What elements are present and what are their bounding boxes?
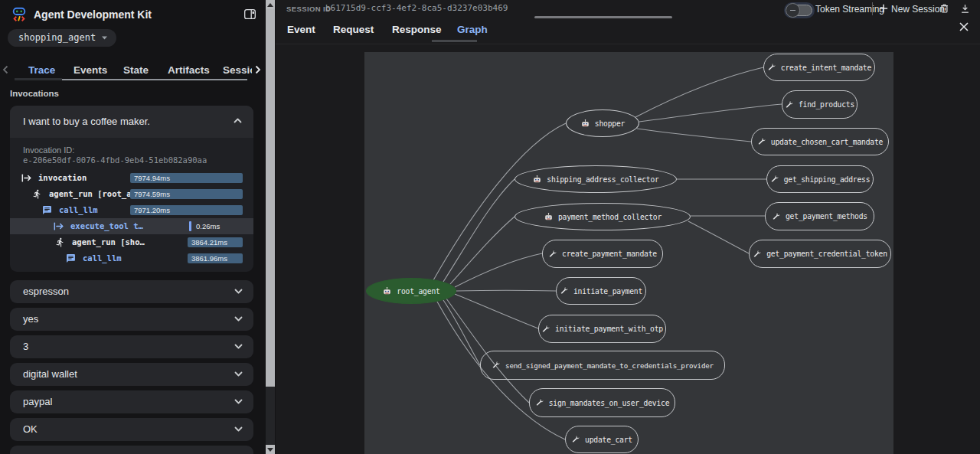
span-label: call_llm: [83, 253, 122, 263]
graph-node-get-shipping-address[interactable]: get_shipping_address: [766, 165, 874, 193]
chevron-down-icon: [234, 289, 243, 294]
scroll-up-icon[interactable]: [266, 0, 275, 9]
node-label: initiate_payment: [573, 287, 642, 296]
graph-node-get-payment-methods[interactable]: get_payment_methods: [765, 202, 874, 230]
download-session-icon[interactable]: [959, 3, 971, 15]
main-pane: SESSION ID b61715d9-ccf3-4ef2-8ca5-d3237…: [276, 0, 980, 454]
tab-request[interactable]: Request: [333, 24, 374, 35]
graph-node-shopper[interactable]: shopper: [566, 109, 639, 137]
wrench-icon: [571, 435, 580, 444]
graph-node-sign-mandates-on-user-device[interactable]: sign_mandates_on_user_device: [529, 388, 675, 417]
graph-node-initiate-payment-with-otp[interactable]: initiate_payment_with_otp: [538, 315, 666, 343]
collapse-panel-icon[interactable]: [243, 8, 256, 21]
trace-row[interactable]: call_llm 7971.20ms: [10, 202, 253, 218]
invocation-title: 3: [23, 335, 28, 358]
graph-node-root-agent[interactable]: root_agent: [366, 278, 456, 304]
wrench-icon: [785, 100, 794, 109]
invocation-card[interactable]: OK: [10, 418, 253, 441]
robot-icon: [580, 119, 590, 129]
invocation-card[interactable]: 3: [10, 335, 253, 358]
invocation-card-expanded: I want to buy a coffee maker. Invocation…: [10, 106, 253, 272]
tabs-scroll-right-icon[interactable]: [253, 65, 262, 74]
chevron-up-icon: [234, 118, 242, 123]
agent-selector[interactable]: shopping_agent: [8, 29, 116, 47]
tab-response[interactable]: Response: [392, 24, 442, 35]
wrench-icon: [757, 137, 766, 146]
graph-node-shipping-address-collector[interactable]: shipping_address_collector: [514, 165, 677, 193]
sidebar-scrollbar[interactable]: [266, 0, 275, 454]
invocation-title: yes: [23, 308, 38, 331]
invocation-card[interactable]: paypal: [10, 390, 253, 413]
token-streaming-label: Token Streaming: [815, 4, 884, 15]
graph-node-initiate-payment[interactable]: initiate_payment: [556, 277, 646, 305]
tab-ink-bar: [15, 78, 62, 80]
invocations-label: Invocations: [10, 89, 59, 98]
span-label: agent_run [sho…: [72, 237, 145, 247]
wrench-icon: [767, 63, 776, 72]
graph-node-get-payment-credential-token[interactable]: get_payment_credential_token: [749, 240, 891, 268]
graph-node-send-signed-payment-mandate[interactable]: send_signed_payment_mandate_to_credentia…: [480, 351, 725, 380]
tab-trace[interactable]: Trace: [28, 64, 55, 76]
robot-icon: [382, 286, 392, 296]
tab-events[interactable]: Events: [74, 64, 107, 76]
chevron-down-icon: [234, 344, 243, 349]
graph-node-create-payment-mandate[interactable]: create_payment_mandate: [542, 240, 663, 268]
token-streaming-toggle[interactable]: [786, 5, 812, 16]
session-id-value: b61715d9-ccf3-4ef2-8ca5-d3237e03b469: [325, 3, 508, 13]
graph-node-create-intent-mandate[interactable]: create_intent_mandate: [763, 54, 875, 81]
node-label: find_products: [799, 100, 854, 109]
node-label: send_signed_payment_mandate_to_credentia…: [505, 361, 714, 370]
node-label: get_shipping_address: [784, 175, 871, 184]
delete-session-icon[interactable]: [939, 2, 950, 15]
node-label: payment_method_collector: [558, 213, 662, 221]
wrench-icon: [772, 212, 781, 221]
tab-artifacts[interactable]: Artifacts: [168, 64, 210, 76]
graph-node-update-cart[interactable]: update_cart: [565, 426, 639, 453]
node-label: root_agent: [397, 287, 439, 296]
robot-icon: [532, 175, 542, 185]
divider: [276, 44, 980, 44]
trace-row-selected[interactable]: execute_tool t… 0.26ms: [10, 218, 253, 234]
toggle-off-dash-icon: [790, 10, 795, 11]
close-icon[interactable]: [959, 21, 969, 32]
tab-event[interactable]: Event: [287, 24, 315, 35]
tabs-scroll-left-icon[interactable]: [2, 65, 9, 74]
node-label: create_intent_mandate: [781, 64, 871, 72]
new-session-button[interactable]: New Session: [891, 4, 945, 15]
agent-run-icon: [55, 237, 65, 247]
agent-run-icon: [32, 189, 42, 199]
graph-node-update-chosen-cart-mandate[interactable]: update_chosen_cart_mandate: [751, 128, 889, 155]
plus-icon[interactable]: [879, 4, 888, 13]
agent-graph-canvas[interactable]: root_agent shopper shipping_address_coll…: [364, 52, 893, 454]
start-icon: [54, 221, 64, 231]
trace-row[interactable]: call_llm 3861.96ms: [10, 250, 253, 266]
chevron-down-icon: [234, 426, 243, 432]
trace-row[interactable]: agent_run [root_age… 7974.59ms: [10, 186, 253, 202]
tab-state[interactable]: State: [123, 64, 149, 76]
node-label: shipping_address_collector: [547, 175, 658, 184]
scrollbar-thumb[interactable]: [266, 9, 275, 387]
horizontal-scroll-indicator[interactable]: [534, 16, 672, 18]
chevron-down-icon: [234, 399, 243, 404]
graph-node-payment-method-collector[interactable]: payment_method_collector: [514, 203, 691, 230]
graph-node-find-products[interactable]: find_products: [782, 90, 858, 119]
wrench-icon: [541, 325, 550, 334]
invocation-title: I want to buy a coffee maker.: [23, 116, 150, 127]
invocation-card[interactable]: yes: [10, 308, 253, 331]
node-label: update_cart: [585, 436, 632, 444]
invocation-card[interactable]: digital wallet: [10, 363, 253, 386]
trace-row[interactable]: invocation 7974.94ms: [10, 170, 253, 186]
tab-sessions[interactable]: Sessions: [223, 64, 252, 76]
node-label: sign_mandates_on_user_device: [549, 399, 670, 407]
invocation-card[interactable]: espresson: [10, 280, 253, 303]
invocation-header[interactable]: I want to buy a coffee maker.: [10, 106, 253, 138]
trace-row[interactable]: agent_run [sho… 3864.21ms: [10, 234, 253, 250]
scroll-down-icon[interactable]: [266, 445, 275, 454]
invocation-title: …: [23, 448, 33, 454]
node-label: initiate_payment_with_otp: [555, 325, 663, 333]
chat-icon: [42, 205, 52, 215]
invocation-title: OK: [23, 418, 38, 441]
invocation-card[interactable]: …: [10, 446, 253, 454]
tab-graph[interactable]: Graph: [457, 24, 488, 35]
span-duration: 0.26ms: [196, 221, 220, 231]
